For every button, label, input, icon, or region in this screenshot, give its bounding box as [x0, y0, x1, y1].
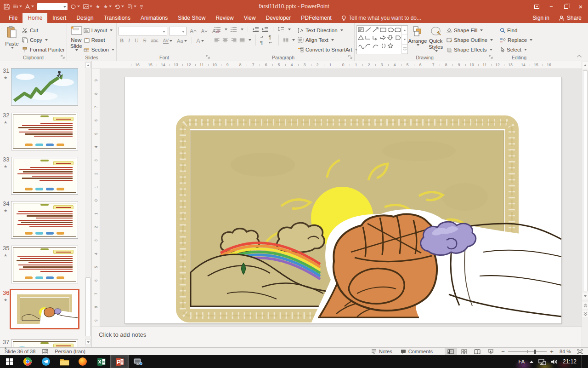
shape-outline-caret[interactable] — [490, 39, 493, 41]
network-icon[interactable] — [538, 359, 546, 365]
bullets-icon[interactable] — [214, 27, 221, 32]
spell-check-icon[interactable] — [42, 349, 48, 354]
start-button[interactable] — [0, 355, 18, 368]
qat-star-icon[interactable]: ★ — [96, 4, 100, 10]
comments-toggle[interactable]: Comments — [397, 348, 436, 356]
copy-button[interactable]: Copy — [22, 36, 65, 44]
scroll-down-arrow[interactable] — [582, 293, 588, 299]
align-left-icon[interactable] — [214, 37, 220, 43]
scrollbar-thumb[interactable] — [583, 70, 588, 291]
font-name-combo[interactable] — [119, 27, 167, 35]
notes-placeholder[interactable]: Click to add notes — [92, 327, 582, 338]
remote-desktop-taskbar-icon[interactable] — [129, 355, 147, 368]
qat-star-dropdown-icon[interactable]: ★ — [103, 4, 112, 10]
speaker-icon[interactable] — [551, 359, 558, 365]
slideshow-view-button[interactable] — [485, 348, 497, 356]
ltr-text-direction-button[interactable]: ¶ — [260, 34, 266, 46]
bold-button[interactable]: B — [119, 37, 125, 44]
language-indicator[interactable]: Persian (Iran) — [55, 349, 85, 354]
ribbon-tab[interactable]: Home — [23, 13, 47, 23]
qat-picture-icon[interactable] — [83, 4, 92, 9]
slide-thumbnail-34[interactable] — [11, 201, 78, 239]
shape-effects-caret[interactable] — [490, 49, 492, 51]
previous-slide-button[interactable] — [582, 302, 588, 309]
arrange-button[interactable]: Arrange — [408, 24, 427, 46]
fit-slide-to-window-button[interactable] — [574, 348, 586, 356]
shadow-strike-button[interactable]: S — [142, 37, 148, 44]
align-text-button[interactable]: Align Text — [298, 36, 358, 44]
character-spacing-button[interactable]: AV — [162, 38, 174, 44]
slide-thumbnail-36-selected[interactable] — [10, 289, 79, 329]
decrease-indent-icon[interactable] — [252, 27, 259, 32]
justify-caret[interactable] — [249, 39, 251, 41]
zoom-in-button[interactable]: + — [549, 348, 554, 355]
thumbnail-scrollbar[interactable] — [85, 61, 91, 347]
slide-sorter-view-button[interactable] — [458, 348, 470, 356]
align-center-icon[interactable] — [222, 37, 228, 43]
align-right-icon[interactable] — [231, 37, 237, 43]
share-button[interactable]: Share — [559, 15, 582, 21]
replace-caret[interactable] — [530, 39, 532, 41]
section-button[interactable]: Section — [84, 46, 114, 54]
select-button[interactable]: Select — [500, 46, 532, 54]
ribbon-tab[interactable]: File — [4, 13, 23, 23]
quick-styles-button[interactable]: Quick Styles — [427, 24, 444, 52]
text-direction-caret[interactable] — [340, 29, 343, 31]
slide-thumbnail-31[interactable] — [11, 68, 78, 106]
qat-font-icon[interactable] — [25, 4, 34, 9]
ribbon-tab[interactable]: Review — [210, 13, 238, 23]
quick-styles-caret[interactable] — [435, 50, 438, 52]
font-dialog-launcher[interactable] — [206, 55, 210, 59]
thumbnail-scrollbar-thumb[interactable] — [85, 277, 90, 336]
qat-font-combo[interactable] — [37, 3, 68, 10]
clipboard-dialog-launcher[interactable] — [61, 55, 65, 59]
notes-pane[interactable]: Click to add notes — [92, 327, 582, 347]
increase-indent-icon[interactable] — [262, 27, 269, 32]
font-size-combo[interactable] — [169, 27, 187, 35]
slide-thumbnail-35[interactable] — [11, 246, 78, 283]
numbering-caret[interactable] — [241, 29, 243, 30]
file-explorer-taskbar-icon[interactable] — [55, 355, 74, 368]
save-icon[interactable] — [4, 4, 10, 10]
shape-effects-button[interactable]: Shape Effects — [446, 46, 493, 54]
ribbon-display-options-button[interactable] — [529, 0, 544, 13]
format-painter-button[interactable]: Format Painter — [22, 46, 65, 54]
slide-thumbnail-33[interactable] — [11, 157, 78, 195]
ribbon-tab[interactable]: Animations — [136, 13, 173, 23]
italic-button[interactable]: I — [127, 37, 131, 44]
close-button[interactable]: × — [573, 0, 588, 13]
shrink-font-button[interactable]: A — [200, 29, 209, 34]
slide-illustration[interactable] — [125, 77, 561, 323]
copy-dropdown-caret[interactable] — [45, 39, 48, 41]
show-desktop-button[interactable] — [582, 355, 584, 368]
layout-button[interactable]: Layout — [84, 26, 114, 34]
notes-toggle[interactable]: Notes — [368, 348, 396, 356]
clock[interactable]: 21:12 — [563, 358, 577, 365]
sign-in-link[interactable]: Sign in — [532, 15, 549, 21]
columns-icon[interactable] — [283, 37, 288, 43]
qat-list-icon[interactable] — [13, 4, 22, 9]
zoom-control[interactable]: − + — [498, 348, 557, 356]
thumbnail-scroll-down-arrow[interactable] — [85, 339, 90, 345]
excel-taskbar-icon[interactable] — [92, 355, 110, 368]
slide-36-canvas[interactable] — [125, 77, 561, 323]
slide-editing-area[interactable] — [100, 69, 582, 327]
find-button[interactable]: Find — [500, 26, 532, 34]
vertical-scrollbar[interactable] — [582, 61, 588, 347]
slide-counter[interactable]: Slide 36 of 38 — [5, 349, 35, 354]
section-dropdown-caret[interactable] — [112, 49, 114, 51]
reading-view-button[interactable] — [471, 348, 484, 356]
bullets-caret[interactable] — [225, 29, 227, 30]
slide-thumbnail-32[interactable] — [11, 113, 78, 150]
zoom-out-button[interactable]: − — [501, 348, 505, 355]
qat-paragraph-icon[interactable] — [127, 4, 136, 9]
scroll-up-arrow[interactable] — [582, 62, 588, 69]
next-slide-button[interactable] — [582, 310, 588, 317]
line-spacing-icon[interactable] — [277, 27, 284, 32]
ribbon-tab[interactable]: Insert — [47, 13, 71, 23]
firefox-taskbar-icon[interactable] — [74, 355, 92, 368]
ribbon-tab[interactable]: PDFelement — [296, 13, 337, 23]
drawing-dialog-launcher[interactable] — [489, 55, 493, 59]
ribbon-tab[interactable]: Slide Show — [173, 13, 210, 23]
powerpoint-taskbar-icon-active[interactable] — [110, 355, 129, 368]
